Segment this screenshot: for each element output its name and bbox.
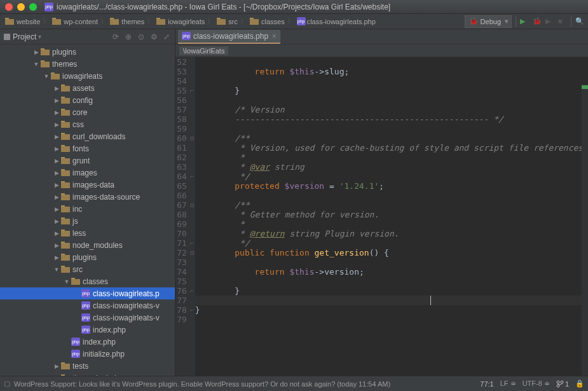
namespace-crumb[interactable]: \IowaGirlEats (179, 46, 228, 55)
gear-icon[interactable]: ⚙ (149, 32, 158, 41)
code-token: return (255, 267, 285, 277)
close-tab-icon[interactable]: × (272, 32, 277, 41)
tree-file-selected[interactable]: phpclass-iowagirleats.p (0, 287, 175, 299)
crumb-file[interactable]: phpclass-iowagirleats.php (296, 17, 377, 25)
tree-folder-images[interactable]: ▶images (0, 167, 175, 179)
tree-folder-inc[interactable]: ▶inc (0, 203, 175, 215)
tree-file[interactable]: phpindex.php (0, 336, 175, 348)
encoding-indicator[interactable]: UTF-8 ≑ (523, 380, 550, 388)
code-token: } (195, 305, 200, 315)
tree-file[interactable]: phpclass-iowagirleats-v (0, 299, 175, 312)
line-number: 65 (175, 181, 187, 191)
editor-tab-active[interactable]: php class-iowagirleats.php × (178, 30, 280, 44)
folder-icon (51, 72, 60, 80)
tree-folder-css[interactable]: ▶css (0, 118, 175, 130)
php-file-icon: php (44, 3, 53, 11)
tree-folder-node-modules[interactable]: ▶node_modules (0, 239, 175, 251)
svg-rect-43 (61, 231, 70, 237)
tree-folder-core[interactable]: ▶core (0, 106, 175, 118)
tree-label: curl_downloads (72, 132, 125, 141)
search-everywhere-button[interactable]: 🔍 (575, 17, 584, 26)
code-content[interactable]: return $this->slug; } /* Version -------… (195, 57, 588, 376)
collapse-all-icon[interactable]: ⟳ (111, 32, 120, 41)
tree-arrow-icon: ▶ (52, 85, 61, 92)
fold-end-icon[interactable]: ⌐ (189, 86, 195, 95)
crumb-themes[interactable]: themes (109, 17, 146, 25)
scroll-to-source-icon[interactable]: ⊕ (124, 32, 133, 41)
project-tool-window: Project ⟳ ⊕ ⊙ ⚙ ⤢ ▶plugins ▼themes ▼iowa… (0, 29, 175, 376)
separator (516, 17, 516, 27)
folder-icon (61, 229, 70, 237)
code-token: get_version (315, 248, 369, 257)
project-tree[interactable]: ▶plugins ▼themes ▼iowagirleats ▶assets ▶… (0, 45, 175, 376)
line-ending-label: LF (500, 380, 509, 387)
svg-rect-9 (217, 19, 226, 25)
tree-file[interactable]: phpinitialize.php (0, 348, 175, 360)
tree-folder-src[interactable]: ▼src (0, 263, 175, 275)
fold-end-icon[interactable]: ⌐ (189, 238, 195, 248)
fold-end-icon[interactable]: ⌐ (189, 305, 195, 315)
zoom-window-button[interactable] (29, 3, 37, 11)
code-comment: /** (235, 134, 249, 143)
tree-folder-config[interactable]: ▶config (0, 94, 175, 106)
status-message[interactable]: WordPress Support: Looks like it's WordP… (14, 380, 480, 388)
tree-folder-images-data-source[interactable]: ▶images-data-source (0, 191, 175, 203)
project-view-select[interactable]: Project (13, 32, 41, 41)
tree-label: plugins (52, 48, 76, 57)
run-config-select[interactable]: 🐞 Debug (465, 15, 512, 28)
tree-folder-grunt[interactable]: ▶grunt (0, 154, 175, 167)
fold-start-icon[interactable]: ⊟ (189, 200, 195, 210)
crumb-src[interactable]: src (215, 17, 239, 25)
crumb-website[interactable]: website (4, 17, 41, 25)
lock-icon[interactable]: 🔒 (575, 380, 584, 388)
tree-file[interactable]: phpindex.php (0, 324, 175, 336)
folder-icon (41, 48, 50, 56)
tree-folder-tests[interactable]: ▶tests (0, 360, 175, 372)
folder-icon (61, 168, 70, 177)
tree-arrow-down-icon: ▼ (62, 278, 71, 285)
line-number: 68 (175, 210, 187, 219)
tree-folder-iowagirleats[interactable]: ▼iowagirleats (0, 70, 175, 82)
tree-folder-js[interactable]: ▶js (0, 215, 175, 227)
hide-panel-icon[interactable]: ⤢ (162, 32, 171, 41)
close-window-button[interactable] (5, 3, 13, 11)
tree-folder-fonts[interactable]: ▶fonts (0, 142, 175, 154)
fold-end-icon[interactable]: ⌐ (189, 286, 195, 296)
crumb-iowagirleats[interactable]: iowagirleats (155, 17, 206, 25)
crumb-wp-content[interactable]: wp-content (51, 17, 99, 25)
tree-label: tests (72, 362, 88, 371)
tree-label: css (72, 120, 84, 129)
fold-start-icon[interactable]: ⊟ (189, 248, 195, 257)
svg-rect-31 (61, 158, 70, 164)
chevron-right-icon: 〉 (207, 17, 214, 26)
fold-start-icon[interactable]: ⊟ (189, 134, 195, 143)
coverage-button[interactable]: ▶ (545, 17, 554, 26)
tree-label: class-iowagirleats-v (93, 301, 160, 310)
debug-button[interactable]: 🐞 (533, 17, 542, 26)
code-editor[interactable]: 52 53 54 55 56 57 58 59 60 61 62 63 64 6… (175, 57, 588, 376)
tree-arrow-icon: ▶ (52, 146, 61, 152)
tree-folder-plugins[interactable]: ▶plugins (0, 46, 175, 58)
tool-window-toggle-icon[interactable]: ▢ (4, 380, 10, 388)
run-button[interactable]: ▶ (520, 17, 529, 26)
git-branch-indicator[interactable]: 1 (556, 380, 569, 388)
tree-folder-images-data[interactable]: ▶images-data (0, 179, 175, 191)
tree-folder-curl-downloads[interactable]: ▶curl_downloads (0, 130, 175, 142)
tree-folder-classes[interactable]: ▼classes (0, 275, 175, 287)
minimize-window-button[interactable] (17, 3, 25, 11)
tree-folder-plugins-inner[interactable]: ▶plugins (0, 251, 175, 263)
code-token: '1.24.1' (339, 181, 379, 191)
scroll-from-source-icon[interactable]: ⊙ (137, 32, 146, 41)
error-stripe-gutter[interactable] (582, 85, 588, 376)
code-comment: ----------------------------------------… (235, 114, 503, 124)
inspection-ok-marker (582, 85, 588, 89)
fold-end-icon[interactable]: ⌐ (189, 172, 195, 181)
tree-folder-assets[interactable]: ▶assets (0, 82, 175, 94)
caret-position[interactable]: 77:1 (480, 380, 493, 388)
tree-file[interactable]: phpclass-iowagirleats-v (0, 312, 175, 324)
tree-folder-less[interactable]: ▶less (0, 227, 175, 239)
line-ending-indicator[interactable]: LF ≑ (500, 380, 516, 388)
stop-button[interactable]: ■ (558, 17, 567, 26)
tree-folder-themes[interactable]: ▼themes (0, 58, 175, 70)
crumb-classes[interactable]: classes (249, 17, 286, 25)
